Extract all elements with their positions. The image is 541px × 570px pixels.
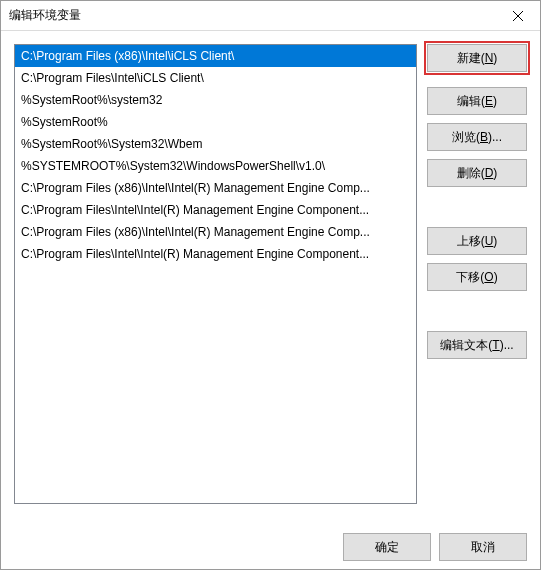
browse-button-mn: B xyxy=(480,130,488,144)
list-item[interactable]: C:\Program Files (x86)\Intel\Intel(R) Ma… xyxy=(15,177,416,199)
window-title: 编辑环境变量 xyxy=(9,7,81,24)
main-row: C:\Program Files (x86)\Intel\iCLS Client… xyxy=(14,44,527,521)
side-button-column: 新建(N) 编辑(E) 浏览(B)... 删除(D) 上移(U) 下移(O) xyxy=(427,44,527,521)
new-button[interactable]: 新建(N) xyxy=(427,44,527,72)
list-item[interactable]: C:\Program Files (x86)\Intel\iCLS Client… xyxy=(15,45,416,67)
cancel-button[interactable]: 取消 xyxy=(439,533,527,561)
browse-button-suffix: ... xyxy=(492,130,502,144)
dialog-window: 编辑环境变量 C:\Program Files (x86)\Intel\iCLS… xyxy=(0,0,541,570)
new-button-label: 新建 xyxy=(457,51,481,65)
new-button-mn: N xyxy=(485,51,494,65)
delete-button[interactable]: 删除(D) xyxy=(427,159,527,187)
edit-button-mn: E xyxy=(485,94,493,108)
move-down-button[interactable]: 下移(O) xyxy=(427,263,527,291)
ok-button[interactable]: 确定 xyxy=(343,533,431,561)
list-item[interactable]: %SystemRoot%\system32 xyxy=(15,89,416,111)
list-item[interactable]: %SystemRoot% xyxy=(15,111,416,133)
new-button-highlight: 新建(N) xyxy=(424,41,530,75)
edit-text-button-suffix: ... xyxy=(504,338,514,352)
close-icon xyxy=(513,11,523,21)
move-down-button-label: 下移 xyxy=(456,270,480,284)
titlebar: 编辑环境变量 xyxy=(1,1,540,31)
list-item[interactable]: %SystemRoot%\System32\Wbem xyxy=(15,133,416,155)
move-up-button-mn: U xyxy=(485,234,494,248)
edit-button[interactable]: 编辑(E) xyxy=(427,87,527,115)
list-item[interactable]: C:\Program Files\Intel\Intel(R) Manageme… xyxy=(15,243,416,265)
close-button[interactable] xyxy=(495,1,540,30)
edit-text-button-label: 编辑文本 xyxy=(440,338,488,352)
edit-text-button[interactable]: 编辑文本(T)... xyxy=(427,331,527,359)
move-down-button-mn: O xyxy=(484,270,493,284)
spacer xyxy=(427,195,527,219)
list-item[interactable]: %SYSTEMROOT%\System32\WindowsPowerShell\… xyxy=(15,155,416,177)
edit-text-button-mn: T xyxy=(492,338,499,352)
path-listbox[interactable]: C:\Program Files (x86)\Intel\iCLS Client… xyxy=(14,44,417,504)
delete-button-label: 删除 xyxy=(457,166,481,180)
move-up-button-label: 上移 xyxy=(457,234,481,248)
list-item[interactable]: C:\Program Files\Intel\iCLS Client\ xyxy=(15,67,416,89)
delete-button-mn: D xyxy=(485,166,494,180)
list-item[interactable]: C:\Program Files\Intel\Intel(R) Manageme… xyxy=(15,199,416,221)
move-up-button[interactable]: 上移(U) xyxy=(427,227,527,255)
dialog-body: C:\Program Files (x86)\Intel\iCLS Client… xyxy=(1,31,540,569)
footer-buttons: 确定 取消 xyxy=(14,521,527,561)
browse-button-label: 浏览 xyxy=(452,130,476,144)
spacer xyxy=(427,299,527,323)
list-item[interactable]: C:\Program Files (x86)\Intel\Intel(R) Ma… xyxy=(15,221,416,243)
edit-button-label: 编辑 xyxy=(457,94,481,108)
browse-button[interactable]: 浏览(B)... xyxy=(427,123,527,151)
